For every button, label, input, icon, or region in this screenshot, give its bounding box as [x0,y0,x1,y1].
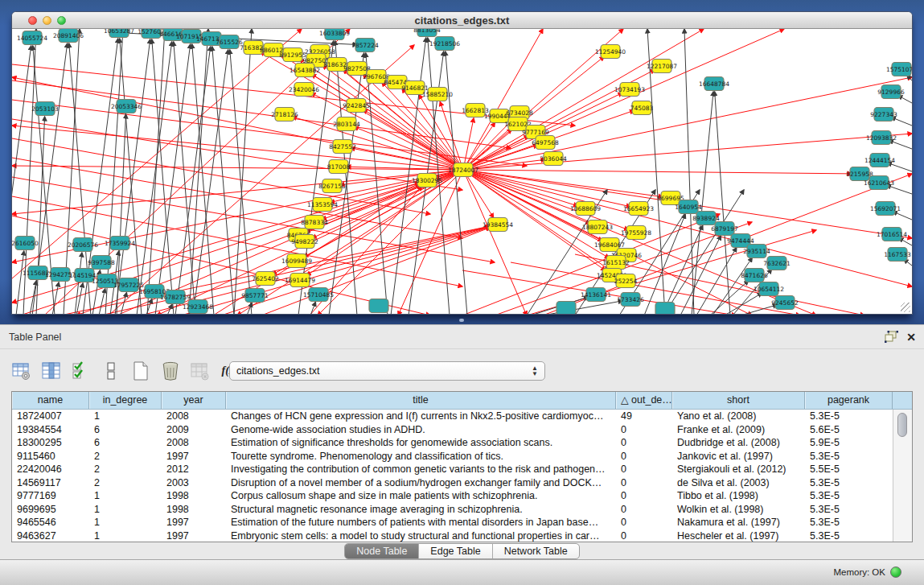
graph-node[interactable]: 10654112 [754,282,784,296]
tab-node-table[interactable]: Node Table [345,544,419,558]
svg-text:9474444: 9474444 [727,237,754,245]
network-window-titlebar[interactable]: citations_edges.txt [12,12,912,29]
network-view-window[interactable]: citations_edges.txt 18724007716382288601… [11,11,913,315]
table-row[interactable]: 946362711997Embryonic stem cells: a mode… [12,529,912,543]
graph-node[interactable]: 16654923 [623,202,654,216]
network-canvas[interactable]: 1872400771638228860128891295523226058982… [12,29,912,314]
graph-node[interactable]: 10653287 [104,29,134,38]
graph-node[interactable]: 16648784 [699,77,729,91]
graph-node[interactable] [369,299,388,313]
graph-node[interactable]: 1733426 [617,293,644,307]
table-cell: 0 [616,436,672,450]
graph-node[interactable]: 20053346 [111,100,142,113]
svg-text:9857771: 9857771 [241,292,269,299]
graph-node[interactable] [556,302,576,315]
table-row[interactable]: 1456911722003Disruption of a novel membe… [12,476,912,490]
svg-text:10654112: 10654112 [754,286,784,293]
graph-node[interactable]: 9857771 [241,289,269,303]
graph-node[interactable]: 7857224 [351,39,379,52]
table-row[interactable]: 1872400712008Changes of HCN gene express… [12,410,912,423]
graph-node[interactable]: 12444154 [864,154,895,167]
graph-node[interactable]: 7615526 [216,35,243,49]
graph-node[interactable]: 8427552 [329,140,356,154]
graph-node[interactable]: 8878334 [301,216,328,229]
graph-node[interactable]: 19384554 [483,218,513,232]
svg-text:18300295: 18300295 [412,177,442,184]
table-source-select[interactable]: citations_edges.txt ▲▼ [229,361,545,381]
row-chooser-icon[interactable] [101,360,121,381]
graph-node[interactable]: 8267150 [318,179,346,193]
graph-node[interactable]: 23420046 [289,83,319,97]
graph-node[interactable]: 7632621 [763,257,791,270]
graph-node[interactable]: 10688609 [570,202,601,216]
graph-node[interactable]: 17016514 [877,228,907,241]
graph-node[interactable]: 12093832 [866,131,897,145]
panel-split-handle[interactable] [459,319,464,322]
graph-node[interactable]: 8813054 [413,29,441,37]
graph-node[interactable]: 12923468 [183,300,213,314]
graph-node[interactable]: 16914479 [285,274,315,287]
window-resize-grip[interactable] [901,303,910,312]
graph-node[interactable]: 7625402 [252,272,279,286]
graph-node[interactable]: 6497568 [532,136,559,150]
table-row[interactable]: 969969511998Structural magnetic resonanc… [12,503,912,517]
graph-node[interactable]: 15710485 [303,288,334,302]
table-cell: 5.9E-5 [805,436,893,450]
graph-node[interactable]: 15751074 [886,63,912,76]
column-header-name[interactable]: name [12,392,89,409]
table-cell: 14569117 [12,476,89,490]
new-table-icon[interactable] [130,360,151,381]
graph-node[interactable]: 1615132 [602,256,630,270]
scrollbar-thumb[interactable] [897,413,907,437]
column-header-in_degree[interactable]: in_degree [89,392,162,409]
select-rows-icon[interactable] [71,360,92,381]
table-row[interactable]: 1938455462009Genome-wide association stu… [12,423,912,437]
column-header-year[interactable]: year [162,392,226,409]
graph-node[interactable]: 9242845 [343,99,370,113]
graph-edge [36,117,45,314]
graph-node[interactable]: 2616050 [12,237,39,250]
graph-node[interactable]: 2718126 [271,108,298,122]
graph-node[interactable]: 817008 [327,160,351,174]
graph-node[interactable]: 2935114 [743,245,770,258]
graph-node[interactable]: 2803144 [333,117,360,131]
float-panel-icon[interactable] [885,331,898,343]
tab-edge-table[interactable]: Edge Table [419,544,492,558]
delete-rows-icon[interactable] [160,360,181,381]
graph-node[interactable]: 2036044 [540,152,567,166]
close-panel-icon[interactable]: ✕ [906,332,916,343]
column-header-pagerank[interactable]: pagerank [805,392,893,409]
table-settings-icon[interactable] [11,360,32,381]
table-row[interactable]: 911546021997Tourette syndrome. Phenomeno… [12,450,912,463]
table-row[interactable]: 2242004622012Investigating the contribut… [12,463,912,476]
column-header-title[interactable]: title [226,392,616,409]
column-header-short[interactable]: short [672,392,805,409]
table-body: 1872400712008Changes of HCN gene express… [12,410,912,542]
graph-node[interactable]: 9129966 [877,85,905,99]
graph-node[interactable]: 9397588 [88,256,115,270]
graph-edge [889,140,912,149]
table-row[interactable]: 946554611997Estimation of the future num… [12,516,912,529]
table-row[interactable]: 977716911998Corpus callosum shape and si… [12,489,912,503]
graph-node[interactable]: 252254 [614,274,638,288]
graph-node[interactable]: 1167533 [884,248,911,262]
graph-node[interactable]: 16033809 [319,29,350,40]
graph-node[interactable]: 9498222 [291,235,318,249]
table-columns-icon[interactable] [41,360,62,381]
column-header-out_de[interactable]: △ out_de… [616,392,672,409]
graph-node[interactable] [655,303,675,315]
tab-network-table[interactable]: Network Table [493,544,579,558]
graph-node[interactable]: 19218506 [429,37,460,51]
memory-ok-icon[interactable] [890,566,901,578]
graph-node[interactable]: 9245652 [771,296,799,310]
table-row[interactable]: 1830029562008Estimation of significance … [12,436,912,450]
graph-node[interactable]: 12217087 [647,60,677,73]
graph-node[interactable]: 11254940 [595,45,626,59]
graph-node[interactable]: 8471626 [741,269,768,282]
table-vertical-scrollbar[interactable] [893,410,912,542]
graph-node[interactable]: 9227343 [870,108,897,122]
graph-node[interactable]: 745083 [630,101,654,115]
graph-node[interactable]: 20206576 [68,238,98,252]
graph-node[interactable]: 2053103 [31,102,59,116]
graph-node[interactable]: 14055724 [17,31,47,45]
